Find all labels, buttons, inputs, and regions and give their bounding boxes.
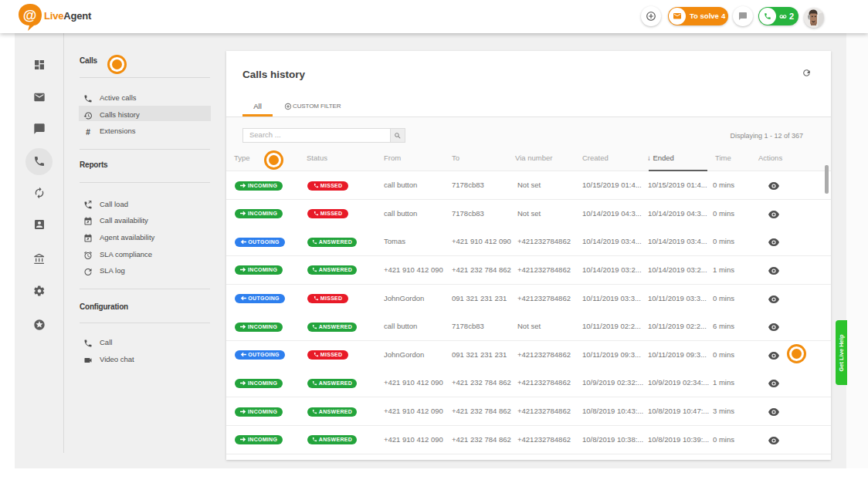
svg-text:#: #	[86, 128, 90, 137]
svg-text:@: @	[23, 8, 37, 23]
